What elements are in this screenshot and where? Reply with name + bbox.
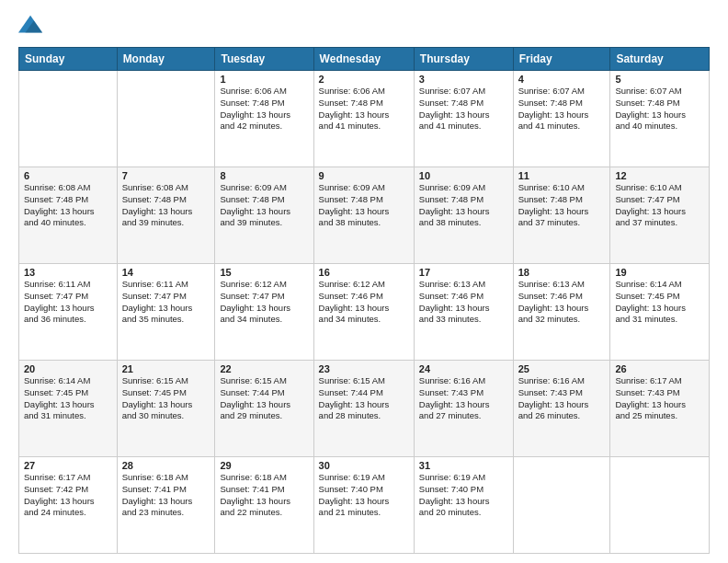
day-info-line: and 37 minutes. — [615, 217, 704, 229]
day-info-line: Daylight: 13 hours — [615, 399, 704, 411]
day-number: 28 — [122, 460, 210, 471]
day-number: 23 — [319, 363, 409, 374]
day-info-line: Daylight: 13 hours — [220, 206, 308, 218]
day-info-line: and 25 minutes. — [615, 410, 704, 422]
calendar-body: 1Sunrise: 6:06 AMSunset: 7:48 PMDaylight… — [19, 71, 710, 554]
day-info-line: Sunset: 7:45 PM — [122, 387, 210, 399]
day-number: 22 — [220, 363, 308, 374]
day-info-line: and 26 minutes. — [518, 410, 606, 422]
calendar-table: SundayMondayTuesdayWednesdayThursdayFrid… — [18, 47, 710, 554]
day-info-line: Sunrise: 6:10 AM — [518, 182, 606, 194]
day-info-line: Sunrise: 6:17 AM — [24, 472, 112, 484]
calendar-cell: 7Sunrise: 6:08 AMSunset: 7:48 PMDaylight… — [117, 167, 215, 264]
calendar-cell — [19, 71, 118, 167]
day-info-line: Sunset: 7:40 PM — [319, 484, 409, 496]
day-info-line: Daylight: 13 hours — [615, 303, 704, 315]
day-info-line: Daylight: 13 hours — [122, 496, 210, 508]
day-number: 4 — [518, 74, 606, 85]
day-info-line: Daylight: 13 hours — [419, 109, 508, 121]
day-info-line: and 32 minutes. — [518, 314, 606, 326]
day-info-line: and 27 minutes. — [419, 410, 508, 422]
day-info-line: and 39 minutes. — [122, 217, 210, 229]
day-info-line: Sunrise: 6:17 AM — [615, 375, 704, 387]
day-info-line: Daylight: 13 hours — [419, 399, 508, 411]
day-number: 6 — [24, 170, 112, 181]
calendar-cell: 15Sunrise: 6:12 AMSunset: 7:47 PMDayligh… — [215, 264, 313, 361]
calendar-cell: 21Sunrise: 6:15 AMSunset: 7:45 PMDayligh… — [117, 361, 215, 457]
day-info-line: Sunset: 7:47 PM — [615, 194, 704, 206]
day-info-line: Sunset: 7:47 PM — [220, 291, 308, 303]
day-info-line: and 34 minutes. — [319, 314, 409, 326]
day-info-line: Sunset: 7:47 PM — [24, 291, 112, 303]
day-info-line: and 31 minutes. — [24, 410, 112, 422]
day-info-line: Sunset: 7:47 PM — [122, 291, 210, 303]
day-number: 24 — [419, 363, 508, 374]
calendar-cell: 6Sunrise: 6:08 AMSunset: 7:48 PMDaylight… — [19, 167, 118, 264]
day-info-line: Sunset: 7:48 PM — [518, 98, 606, 109]
day-info-line: Sunset: 7:46 PM — [518, 291, 606, 303]
calendar-cell: 10Sunrise: 6:09 AMSunset: 7:48 PMDayligh… — [414, 167, 513, 264]
day-info-line: Sunrise: 6:12 AM — [319, 279, 409, 291]
calendar-cell: 1Sunrise: 6:06 AMSunset: 7:48 PMDaylight… — [215, 71, 313, 167]
day-info-line: and 41 minutes. — [518, 121, 606, 132]
day-info-line: and 21 minutes. — [319, 507, 409, 519]
day-info-line: Sunrise: 6:15 AM — [220, 375, 308, 387]
calendar-cell: 23Sunrise: 6:15 AMSunset: 7:44 PMDayligh… — [313, 361, 414, 457]
day-info-line: Daylight: 13 hours — [518, 303, 606, 315]
day-info-line: and 37 minutes. — [518, 217, 606, 229]
day-info-line: and 35 minutes. — [122, 314, 210, 326]
day-info-line: Daylight: 13 hours — [122, 399, 210, 411]
calendar-cell: 4Sunrise: 6:07 AMSunset: 7:48 PMDaylight… — [513, 71, 610, 167]
day-info-line: and 20 minutes. — [419, 507, 508, 519]
day-info-line: Daylight: 13 hours — [419, 496, 508, 508]
day-info-line: Sunrise: 6:10 AM — [615, 182, 704, 194]
calendar-cell: 26Sunrise: 6:17 AMSunset: 7:43 PMDayligh… — [610, 361, 710, 457]
day-info-line: Daylight: 13 hours — [24, 303, 112, 315]
day-info-line: Sunrise: 6:07 AM — [419, 86, 508, 98]
day-number: 2 — [319, 74, 409, 85]
calendar-cell: 8Sunrise: 6:09 AMSunset: 7:48 PMDaylight… — [215, 167, 313, 264]
calendar-week-row: 6Sunrise: 6:08 AMSunset: 7:48 PMDaylight… — [19, 167, 710, 264]
day-number: 12 — [615, 170, 704, 181]
day-info-line: Sunset: 7:45 PM — [24, 387, 112, 399]
calendar-week-row: 1Sunrise: 6:06 AMSunset: 7:48 PMDaylight… — [19, 71, 710, 167]
day-info-line: Daylight: 13 hours — [518, 206, 606, 218]
day-info-line: and 36 minutes. — [24, 314, 112, 326]
day-info-line: and 38 minutes. — [319, 217, 409, 229]
logo-icon — [18, 14, 44, 40]
day-info-line: Sunrise: 6:19 AM — [319, 472, 409, 484]
day-info-line: Daylight: 13 hours — [220, 303, 308, 315]
calendar-cell: 14Sunrise: 6:11 AMSunset: 7:47 PMDayligh… — [117, 264, 215, 361]
day-number: 5 — [615, 74, 704, 85]
day-info-line: Daylight: 13 hours — [220, 496, 308, 508]
calendar-cell: 18Sunrise: 6:13 AMSunset: 7:46 PMDayligh… — [513, 264, 610, 361]
day-info-line: and 40 minutes. — [615, 121, 704, 132]
day-number: 10 — [419, 170, 508, 181]
calendar-cell: 11Sunrise: 6:10 AMSunset: 7:48 PMDayligh… — [513, 167, 610, 264]
day-info-line: Sunset: 7:43 PM — [518, 387, 606, 399]
day-info-line: Daylight: 13 hours — [122, 303, 210, 315]
day-info-line: Sunrise: 6:09 AM — [319, 182, 409, 194]
calendar-cell: 19Sunrise: 6:14 AMSunset: 7:45 PMDayligh… — [610, 264, 710, 361]
day-number: 21 — [122, 363, 210, 374]
day-info-line: Sunset: 7:43 PM — [615, 387, 704, 399]
day-number: 19 — [615, 267, 704, 278]
day-info-line: Sunset: 7:46 PM — [419, 291, 508, 303]
day-info-line: Sunrise: 6:18 AM — [220, 472, 308, 484]
calendar-cell: 24Sunrise: 6:16 AMSunset: 7:43 PMDayligh… — [414, 361, 513, 457]
day-number: 17 — [419, 267, 508, 278]
day-info-line: Daylight: 13 hours — [319, 109, 409, 121]
day-info-line: Daylight: 13 hours — [319, 496, 409, 508]
day-info-line: and 42 minutes. — [220, 121, 308, 132]
day-info-line: Sunset: 7:45 PM — [615, 291, 704, 303]
day-info-line: and 34 minutes. — [220, 314, 308, 326]
day-info-line: Sunrise: 6:06 AM — [220, 86, 308, 98]
weekday-header: Saturday — [610, 48, 710, 71]
day-info-line: Sunrise: 6:08 AM — [122, 182, 210, 194]
calendar-week-row: 27Sunrise: 6:17 AMSunset: 7:42 PMDayligh… — [19, 457, 710, 554]
weekday-header: Friday — [513, 48, 610, 71]
day-number: 31 — [419, 460, 508, 471]
calendar-cell: 5Sunrise: 6:07 AMSunset: 7:48 PMDaylight… — [610, 71, 710, 167]
day-number: 15 — [220, 267, 308, 278]
day-info-line: Sunrise: 6:13 AM — [518, 279, 606, 291]
